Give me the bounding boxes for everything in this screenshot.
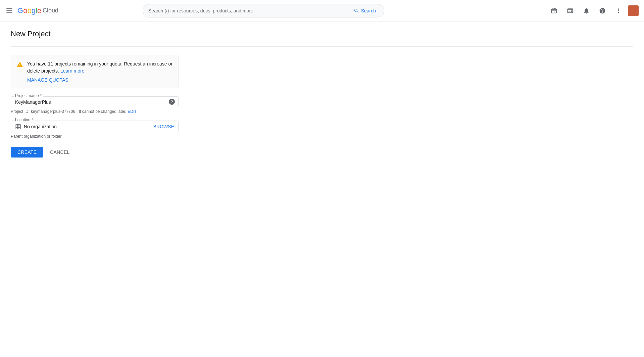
bell-icon (583, 7, 590, 14)
search-bar: Search (143, 4, 384, 17)
gift-icon (551, 7, 557, 14)
project-id-text: Project ID: keymanagerplus-377706. It ca… (11, 109, 179, 114)
project-name-help-icon[interactable]: ? (169, 99, 175, 105)
google-cloud-logo: Google Cloud (17, 6, 58, 15)
alert-message: You have 11 projects remaining in your q… (27, 61, 172, 74)
google-logo-text: Google (17, 6, 41, 15)
page-title: New Project (11, 30, 633, 38)
more-icon (615, 7, 622, 14)
new-project-form: Project name * ? Project ID: keymanagerp… (11, 96, 179, 158)
header: Google Cloud Search (0, 0, 644, 21)
main-content: New Project You have 11 projects remaini… (0, 21, 644, 166)
manage-quotas-link[interactable]: MANAGE QUOTAS (27, 77, 173, 83)
cancel-button[interactable]: CANCEL (46, 147, 73, 158)
terminal-icon (567, 7, 574, 14)
divider (11, 46, 633, 47)
gift-button[interactable] (547, 4, 561, 17)
menu-button[interactable] (5, 7, 13, 15)
search-icon (354, 8, 359, 13)
warning-icon (16, 61, 23, 68)
location-helper-text: Parent organization or folder (11, 134, 179, 139)
search-label: Search (361, 8, 376, 13)
help-icon (599, 7, 606, 14)
learn-more-link[interactable]: Learn more (60, 68, 85, 74)
project-name-group: Project name * ? Project ID: keymanagerp… (11, 96, 179, 114)
browse-button[interactable]: BROWSE (153, 124, 174, 129)
location-label: Location * (14, 118, 34, 122)
location-field: Location * No organization BROWSE (11, 121, 179, 132)
project-name-field: Project name * ? (11, 96, 179, 107)
project-name-input[interactable] (15, 99, 174, 105)
location-value: No organization (24, 124, 153, 129)
svg-rect-0 (6, 8, 12, 9)
quota-alert: You have 11 projects remaining in your q… (11, 55, 179, 88)
edit-project-id-link[interactable]: EDIT (128, 109, 137, 114)
header-left: Google Cloud (5, 6, 58, 15)
alert-content: You have 11 projects remaining in your q… (27, 60, 173, 83)
more-button[interactable] (612, 4, 625, 17)
cloud-logo-text: Cloud (43, 7, 58, 14)
search-bar-container: Search (143, 4, 384, 17)
svg-rect-1 (6, 10, 12, 11)
header-right (547, 4, 639, 17)
user-avatar[interactable] (628, 5, 639, 16)
action-buttons: CREATE CANCEL (11, 147, 179, 158)
terminal-button[interactable] (563, 4, 577, 17)
svg-rect-2 (6, 12, 12, 13)
create-button[interactable]: CREATE (11, 147, 43, 158)
location-group: Location * No organization BROWSE Parent… (11, 121, 179, 139)
project-name-label: Project name * (14, 94, 43, 98)
notifications-button[interactable] (580, 4, 593, 17)
help-button[interactable] (596, 4, 609, 17)
location-grid-icon (15, 124, 21, 130)
search-input[interactable] (148, 8, 351, 13)
search-button[interactable]: Search (351, 8, 379, 13)
